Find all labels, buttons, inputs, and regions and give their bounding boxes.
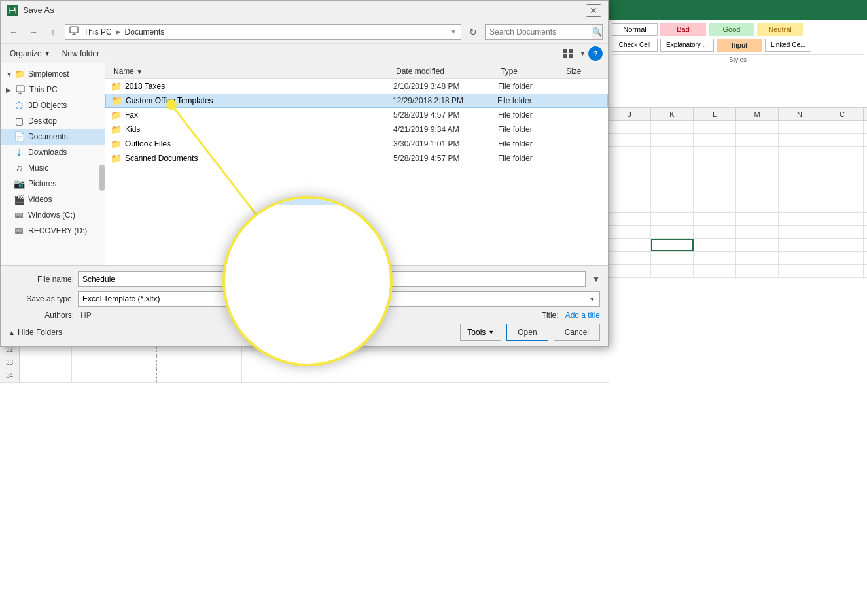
back-button[interactable]: ←: [6, 24, 22, 40]
zoom-item-kids[interactable]: K...: [222, 225, 393, 245]
dialog-toolbar: ← → ↑ This PC ► Documents ▼ ↻ 🔍: [1, 20, 608, 44]
nav-scrollbar-thumb[interactable]: [99, 165, 105, 191]
style-bad: Bad: [660, 23, 706, 36]
view-button[interactable]: [559, 46, 577, 61]
svg-point-18: [17, 232, 18, 233]
nav-item-music[interactable]: ♫ Music: [1, 160, 105, 176]
nav-label-simplemost: Simplemost: [28, 69, 69, 78]
savetype-value-text: Excel Template (*.xltx): [82, 294, 160, 303]
file-row[interactable]: 📁 Outlook Files 3/30/2019 1:01 PM File f…: [105, 137, 608, 151]
toolbar2-right: ▼ ?: [559, 46, 603, 61]
right-grid-header: J K L M N C: [609, 108, 867, 121]
authors-label: Authors:: [9, 311, 74, 320]
file-row[interactable]: 📁 Scanned Documents 5/28/2019 4:57 PM Fi…: [105, 151, 608, 165]
right-grid-body: [609, 121, 867, 278]
zoom-content: 2018 Taxes Custom Office Templates Fax K…: [222, 196, 393, 271]
style-input: Input: [717, 39, 762, 52]
file-row[interactable]: 📁 2018 Taxes 2/10/2019 3:48 PM File fold…: [105, 79, 608, 94]
address-dropdown-arrow[interactable]: ▼: [450, 28, 457, 35]
svg-point-15: [17, 216, 18, 218]
downloads-icon: ⇓: [14, 147, 24, 158]
file-name-text: Scanned Documents: [125, 154, 198, 163]
file-type: File folder: [497, 96, 563, 105]
file-name-cell: 📁 Outlook Files: [111, 139, 393, 149]
style-neutral: Neutral: [757, 23, 803, 36]
filename-dropdown[interactable]: ▼: [592, 275, 600, 284]
zoom-item-fax[interactable]: Fax: [222, 205, 393, 225]
nav-item-this-pc[interactable]: ▶ This PC: [1, 82, 105, 97]
right-row-20: [609, 186, 867, 199]
address-bar[interactable]: This PC ► Documents ▼: [65, 24, 461, 40]
tools-button[interactable]: Tools ▼: [460, 324, 501, 341]
file-date: 4/21/2019 9:34 AM: [393, 125, 498, 134]
nav-item-pictures[interactable]: 📷 Pictures: [1, 176, 105, 192]
organize-label: Organize: [10, 49, 42, 58]
hide-folders-label: Hide Folders: [18, 328, 62, 337]
svg-rect-14: [16, 213, 22, 216]
style-explanatory: Explanatory ...: [660, 39, 714, 52]
right-row-17: [609, 147, 867, 160]
svg-rect-10: [16, 86, 24, 92]
nav-item-recovery-d[interactable]: RECOVERY (D:): [1, 223, 105, 239]
file-row[interactable]: 📁 Kids 4/21/2019 9:34 AM File folder: [105, 122, 608, 137]
right-row-19: [609, 173, 867, 186]
svg-rect-8: [563, 54, 567, 58]
file-row[interactable]: 📁 Fax 5/28/2019 4:57 PM File folder: [105, 108, 608, 122]
excel-ribbon: Normal Bad Good Neutral Check Cell Expla…: [609, 20, 867, 108]
folder-icon: 📁: [111, 95, 122, 106]
svg-rect-17: [16, 229, 22, 232]
nav-item-desktop[interactable]: ▢ Desktop: [1, 113, 105, 129]
svg-rect-7: [569, 49, 573, 53]
file-row[interactable]: 📁 Custom Office Templates 12/29/2018 2:1…: [105, 94, 608, 108]
col-c2: C: [821, 108, 864, 120]
file-date: 12/29/2018 2:18 PM: [393, 96, 497, 105]
col-header-type[interactable]: Type: [498, 67, 563, 76]
file-type: File folder: [498, 82, 563, 91]
view-dropdown-arrow[interactable]: ▼: [580, 50, 586, 57]
col-n: N: [779, 108, 821, 120]
col-header-name[interactable]: Name ▼: [111, 67, 393, 76]
col-m: M: [736, 108, 779, 120]
col-header-date[interactable]: Date modified: [393, 67, 498, 76]
nav-item-3d-objects[interactable]: ⬡ 3D Objects: [1, 97, 105, 113]
nav-item-downloads[interactable]: ⇓ Downloads: [1, 145, 105, 160]
expand-arrow-simplemost: ▼: [6, 71, 12, 78]
savetype-arrow: ▼: [589, 296, 595, 303]
hide-folders-button[interactable]: ▲ Hide Folders: [9, 328, 62, 337]
nav-item-simplemost[interactable]: ▼ 📁 Simplemost: [1, 66, 105, 82]
right-row-16: [609, 134, 867, 147]
folder-icon: 📁: [111, 153, 121, 163]
open-button[interactable]: Open: [506, 324, 548, 341]
pictures-icon: 📷: [14, 179, 24, 189]
zoom-overlay: 2018 Taxes Custom Office Templates Fax K…: [222, 196, 393, 366]
new-folder-button[interactable]: New folder: [58, 46, 103, 61]
right-row-26: [609, 265, 867, 278]
file-name-text: 2018 Taxes: [125, 82, 165, 91]
right-row-25: [609, 252, 867, 265]
title-label: Title:: [542, 311, 559, 320]
title-value[interactable]: Add a title: [565, 311, 600, 320]
right-row-15: [609, 121, 867, 134]
forward-button[interactable]: →: [26, 24, 41, 40]
styles-row2: Check Cell Explanatory ... Input Linked …: [612, 39, 864, 52]
file-name-cell: 📁 Fax: [111, 110, 393, 120]
col-header-size[interactable]: Size: [563, 67, 603, 76]
dialog-close-button[interactable]: ✕: [586, 4, 601, 17]
help-button[interactable]: ?: [588, 46, 603, 61]
dialog-titlebar: Save As ✕: [1, 1, 608, 20]
videos-icon: 🎬: [14, 194, 24, 205]
cancel-button[interactable]: Cancel: [554, 324, 600, 341]
organize-button[interactable]: Organize ▼: [6, 46, 54, 61]
up-button[interactable]: ↑: [45, 24, 61, 40]
nav-item-documents[interactable]: 📄 Documents: [1, 129, 105, 145]
file-type: File folder: [498, 154, 563, 163]
zoom-item-files[interactable]: Files: [222, 245, 393, 264]
sort-arrow-name: ▼: [136, 68, 143, 75]
selected-cell[interactable]: [651, 239, 694, 251]
nav-item-windows-c[interactable]: Windows (C:): [1, 207, 105, 223]
nav-label-this-pc: This PC: [29, 85, 58, 94]
nav-item-videos[interactable]: 🎬 Videos: [1, 192, 105, 207]
refresh-button[interactable]: ↻: [465, 24, 481, 40]
search-button[interactable]: 🔍: [592, 24, 602, 40]
search-input[interactable]: [486, 25, 592, 39]
